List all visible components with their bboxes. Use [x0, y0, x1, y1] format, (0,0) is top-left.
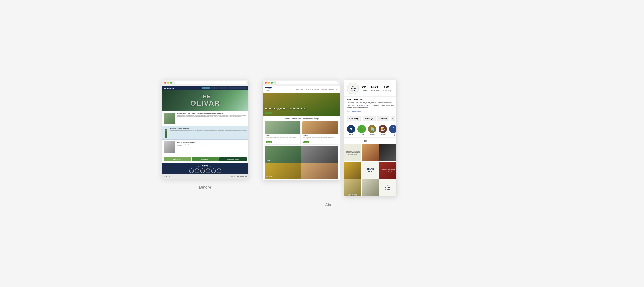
love-label: Love — [349, 134, 353, 135]
section-3-title: Nature's Freshness At It's Best — [176, 141, 247, 143]
after-section: OLIVARCORP Home About Products Food & Ev… — [262, 80, 397, 207]
vinegar-img — [302, 122, 338, 134]
intensity-bars: DELICATE INTENSITY MEDIUM INTENSITY MEDI… — [164, 157, 247, 161]
before-website-mockup: OLIVAR CORP Home Page About Us Book a Ca… — [162, 80, 249, 179]
after-nav-contact[interactable]: Contact Us — [321, 89, 327, 90]
ig-stat-posts: 764 Posts — [362, 85, 367, 92]
nav-book[interactable]: Book a Call — [219, 87, 227, 89]
facebook-icon[interactable]: f — [237, 176, 239, 177]
footer-follow-text: Follow Us — [230, 176, 235, 177]
posts-label: Posts — [362, 90, 367, 92]
grid-item-5[interactable]: OLIVARCORP — [362, 162, 379, 179]
browser-dot-green — [170, 82, 172, 84]
highlight-products[interactable]: 🫙 Products — [368, 125, 376, 135]
message-button[interactable]: Message — [362, 116, 376, 121]
after-nav-faq[interactable]: FAQ — [336, 89, 338, 90]
after-browser-bar — [263, 80, 340, 86]
awards-subtitle: Available At The Olivar Corp — [164, 166, 247, 168]
highlight-love[interactable]: ♥ Love — [347, 125, 355, 135]
grid-item-4[interactable] — [344, 162, 362, 179]
grid-item-9[interactable]: THE OLIVARCORP — [379, 179, 396, 196]
before-section-2: Our Ethical Choices - Producers Committe… — [162, 126, 248, 140]
after-hero-headline: Extraordinary Quality — Nature's Best Gi… — [264, 108, 306, 110]
awards-title: Awards — [164, 164, 247, 166]
section-1-img-inner — [164, 113, 175, 124]
bottom-card-img1 — [302, 146, 338, 163]
browser-bar — [162, 80, 248, 86]
grid-item-1[interactable]: Lorem ipsum dolor sit amet, consectur ad… — [344, 144, 362, 161]
award-2: ⊕ — [195, 168, 199, 173]
highlight-recipes[interactable]: 👨‍🍳 Recipes — [378, 125, 387, 135]
after-website-mockup: OLIVARCORP Home About Products Food & Ev… — [262, 80, 340, 181]
after-hero-btn[interactable]: Learn More — [264, 112, 272, 114]
contact-button[interactable]: Contact — [377, 116, 390, 121]
grid-item-7[interactable]: DOLORES SMITH Founder, Olive Oil Expert — [344, 179, 362, 196]
after-nav-learn[interactable]: Learnings — [329, 89, 334, 90]
ig-website[interactable]: theolivarcorp.com — [347, 110, 394, 112]
after-nav-food[interactable]: Food & Event — [312, 89, 319, 90]
ig-avatar-inner: THEOLIVARCORP — [350, 86, 356, 91]
about-label: About — [360, 134, 364, 135]
nav-home[interactable]: Home Page — [202, 87, 210, 89]
grid-item-2[interactable] — [362, 144, 379, 161]
intensity-medium: MEDIUM INTENSITY — [192, 157, 219, 161]
nav-about[interactable]: About Us — [211, 87, 218, 89]
instagram-icon[interactable]: in — [240, 176, 242, 177]
following-button[interactable]: Following — [347, 116, 361, 121]
img2-bg — [302, 163, 338, 179]
grid-img-3 — [379, 144, 396, 161]
faq-highlight-icon: ? — [389, 125, 397, 133]
product-olive-oil: Olive Oil Our Farm, crafted to offer you… — [264, 121, 301, 145]
grid-img-2 — [362, 144, 379, 161]
nav-oil[interactable]: Olive Oil — [228, 87, 235, 89]
olive-oil-desc: Our Farm, crafted to offer you the very … — [265, 137, 300, 139]
section-2-body: Committed to responsible business practi… — [170, 130, 247, 134]
vinegar-btn[interactable]: Shop Now — [304, 141, 310, 143]
love-highlight-icon: ♥ — [347, 125, 355, 133]
grid-view-tab[interactable]: ⊞ — [364, 139, 367, 143]
grid-item-6[interactable]: Lorem ipsum dolor sit amet, consectur ad… — [379, 162, 396, 179]
after-instagram-panel: THEOLIVARCORP 764 Posts 1,894 Followers … — [344, 80, 397, 197]
section-1-body: Olivar Corp has been carefully and speci… — [176, 115, 247, 117]
more-button[interactable]: ▾ — [391, 116, 395, 121]
intensity-section: DELICATE INTENSITY MEDIUM INTENSITY MEDI… — [162, 155, 248, 163]
following-number: 559 — [382, 85, 391, 88]
recipes-label: Recipes — [380, 134, 386, 135]
olive-oil-btn[interactable]: Shop Now — [266, 141, 272, 143]
ig-stat-followers: 1,894 Followers — [370, 85, 379, 92]
nav-vinegar[interactable]: Premium Vinegar — [236, 87, 247, 89]
before-logo: OLIVAR CORP — [164, 87, 175, 89]
bottom-card-about[interactable]: About Us — [264, 163, 302, 179]
after-nav-home[interactable]: Home — [296, 89, 299, 90]
grid-img-7: DOLORES SMITH Founder, Olive Oil Expert — [344, 179, 362, 196]
ig-stat-following: 559 Following — [382, 85, 391, 92]
before-nav: OLIVAR CORP Home Page About Us Book a Ca… — [162, 86, 248, 90]
hero-overlay — [162, 90, 248, 111]
grid-text-6: Lorem ipsum dolor sit amet, consectur ad… — [379, 162, 396, 179]
tagged-view-tab[interactable]: ⊡ — [374, 139, 376, 143]
grid-item-3[interactable] — [379, 144, 396, 161]
footer-logo: OLIVAR — [164, 176, 170, 177]
vinegar-desc: Our Farm, spends and produces from the v… — [302, 137, 338, 139]
ig-photo-grid: Lorem ipsum dolor sit amet, consectur ad… — [344, 144, 396, 196]
after-nav-about[interactable]: About — [301, 89, 304, 90]
posts-number: 764 — [362, 85, 367, 88]
youtube-icon[interactable]: y — [245, 176, 247, 177]
bottom-card-learn[interactable]: Learn — [264, 146, 302, 163]
grid-text-1: Lorem ipsum dolor sit amet, consectur ad… — [344, 144, 362, 161]
highlight-about[interactable]: 🌿 About — [358, 125, 366, 135]
browser-dot-yellow — [167, 82, 169, 84]
person-overlay: DOLORES SMITH Founder, Olive Oil Expert — [344, 179, 362, 196]
person-title: Founder, Olive Oil Expert — [348, 195, 357, 196]
before-section-3: Nature's Freshness At It's Best Olivar C… — [162, 140, 248, 155]
grid-img-8 — [362, 179, 379, 196]
highlight-faq[interactable]: ? FAQ — [389, 125, 397, 135]
twitter-icon[interactable]: t — [242, 176, 244, 177]
after-nav-products[interactable]: Products — [306, 89, 310, 90]
followers-number: 1,894 — [370, 85, 379, 88]
grid-item-8[interactable] — [362, 179, 379, 196]
section-1-title: Premium Quality From The World's Best Or… — [176, 113, 247, 114]
logo-overlay-5: OLIVARCORP — [362, 162, 379, 179]
product-vinegar: Vinegar Our Farm, spends and produces fr… — [302, 121, 338, 145]
after-nav-links: Home About Products Food & Event Contact… — [296, 89, 338, 90]
